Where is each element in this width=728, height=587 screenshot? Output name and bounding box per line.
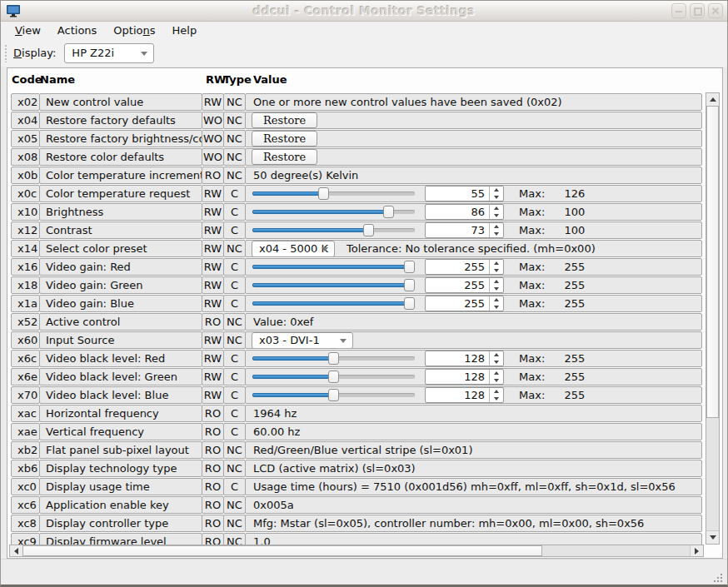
value-combobox[interactable]: x03 - DVI-1: [252, 332, 353, 349]
value-spinbox[interactable]: 128: [425, 387, 504, 403]
value-spinbox[interactable]: 73: [425, 222, 504, 238]
minimize-button[interactable]: [671, 3, 686, 18]
horizontal-scrollbar[interactable]: [9, 545, 704, 557]
cell-type: C: [223, 221, 246, 239]
spinbox-up-button[interactable]: [490, 187, 503, 194]
slider-handle[interactable]: [328, 352, 339, 365]
chevron-down-icon: [141, 52, 147, 56]
cell-name: New control value: [39, 93, 202, 111]
menu-help[interactable]: Help: [164, 22, 206, 38]
value-slider[interactable]: [252, 185, 415, 202]
spinbox-value: 73: [426, 223, 489, 237]
spinbox-down-button[interactable]: [490, 286, 503, 293]
slider-handle[interactable]: [404, 279, 415, 291]
spinbox-up-button[interactable]: [490, 296, 503, 304]
cell-name: Color temperature increment: [39, 167, 202, 184]
window-controls: [671, 3, 723, 18]
value-slider[interactable]: [252, 203, 415, 221]
scroll-up-button[interactable]: [706, 93, 719, 107]
close-button[interactable]: [708, 3, 723, 18]
cell-name: Video gain: Green: [39, 276, 202, 294]
vertical-scrollbar[interactable]: [706, 92, 720, 545]
spinbox-down-button[interactable]: [490, 395, 503, 403]
restore-button[interactable]: Restore: [252, 131, 317, 147]
value-slider[interactable]: [252, 386, 415, 404]
value-combobox[interactable]: x04 - 5000 K: [252, 241, 335, 257]
menubar: ViewActionsOptionsHelp: [1, 22, 727, 39]
menu-view[interactable]: View: [7, 22, 49, 38]
max-label: Max:: [519, 261, 545, 273]
slider-handle[interactable]: [328, 389, 339, 401]
slider-handle[interactable]: [404, 261, 415, 273]
spinbox-up-button[interactable]: [490, 205, 503, 212]
max-label: Max:: [519, 297, 545, 310]
table-row-x52: x52Active controlRONCValue: 0xef: [11, 313, 705, 331]
restore-button[interactable]: Restore: [252, 112, 317, 128]
scroll-down-button[interactable]: [706, 530, 719, 544]
table-row-xb2: xb2Flat panel sub-pixel layoutRONCRed/Gr…: [11, 441, 705, 459]
value-spinbox[interactable]: 255: [425, 296, 504, 311]
value-spinbox[interactable]: 128: [425, 369, 504, 385]
cell-code: xc0: [11, 478, 40, 495]
slider-handle[interactable]: [318, 187, 329, 200]
slider-groove: [252, 283, 415, 287]
scroll-right-button[interactable]: [690, 545, 703, 556]
spinbox-down-button[interactable]: [490, 377, 503, 385]
slider-handle[interactable]: [404, 297, 415, 310]
toolbar-drag-handle[interactable]: [4, 44, 8, 62]
cell-name: Display technology type: [39, 460, 202, 477]
cell-type: C: [223, 423, 246, 440]
spinbox-down-button[interactable]: [490, 212, 503, 220]
slider-handle[interactable]: [363, 224, 374, 236]
value-slider[interactable]: [252, 258, 415, 276]
value-spinbox[interactable]: 55: [425, 186, 504, 201]
slider-handle[interactable]: [328, 371, 339, 383]
spinbox-up-button[interactable]: [490, 370, 503, 377]
spinbox-up-button[interactable]: [490, 351, 503, 359]
value-spinbox[interactable]: 255: [425, 277, 504, 293]
menu-actions[interactable]: Actions: [49, 22, 106, 38]
value-spinbox[interactable]: 128: [425, 351, 504, 366]
spinbox-down-button[interactable]: [490, 359, 503, 366]
slider-handle[interactable]: [383, 206, 394, 218]
cell-value: LCD (active matrix) (sl=0x03): [245, 460, 702, 477]
cell-rw: RW: [202, 258, 224, 276]
cell-type: NC: [223, 331, 246, 349]
cell-code: x14: [11, 240, 40, 257]
cell-name: Restore factory brightness/contrast: [39, 130, 202, 147]
cell-type: NC: [223, 496, 246, 514]
cell-type: NC: [223, 148, 246, 166]
cell-type: NC: [223, 112, 246, 129]
value-slider[interactable]: [252, 295, 415, 312]
resize-grip[interactable]: [711, 570, 722, 582]
display-combobox[interactable]: HP Z22i: [64, 43, 154, 63]
cell-value: Red/Green/Blue vertical stripe (sl=0x01): [245, 441, 702, 459]
value-slider[interactable]: [252, 368, 415, 386]
max-label: Max:: [519, 371, 545, 383]
scroll-left-button[interactable]: [10, 545, 23, 556]
spinbox-up-button[interactable]: [490, 260, 503, 267]
spinbox-up-button[interactable]: [490, 388, 503, 395]
value-slider[interactable]: [252, 276, 415, 294]
value-slider[interactable]: [252, 350, 415, 367]
spinbox-down-button[interactable]: [490, 231, 503, 238]
spinbox-down-button[interactable]: [490, 304, 503, 311]
spinbox-down-button[interactable]: [490, 267, 503, 275]
cell-rw: RO: [202, 405, 224, 422]
table-row-x16: x16Video gain: RedRWC255Max:255: [11, 258, 705, 276]
value-slider[interactable]: [252, 221, 415, 239]
restore-button[interactable]: Restore: [252, 149, 317, 165]
cell-name: Video black level: Blue: [39, 386, 202, 404]
spinbox-buttons: [489, 260, 503, 274]
spinbox-down-button[interactable]: [490, 194, 503, 201]
vertical-scrollbar-thumb[interactable]: [706, 106, 719, 418]
cell-name: Horizontal frequency: [39, 405, 202, 422]
spinbox-up-button[interactable]: [490, 278, 503, 286]
value-spinbox[interactable]: 255: [425, 259, 504, 275]
maximize-button[interactable]: [690, 3, 705, 18]
value-spinbox[interactable]: 86: [425, 204, 504, 220]
spinbox-up-button[interactable]: [490, 223, 503, 231]
cell-name: Select color preset: [39, 240, 202, 257]
menu-options[interactable]: Options: [105, 22, 163, 38]
horizontal-scrollbar-thumb[interactable]: [22, 545, 542, 556]
